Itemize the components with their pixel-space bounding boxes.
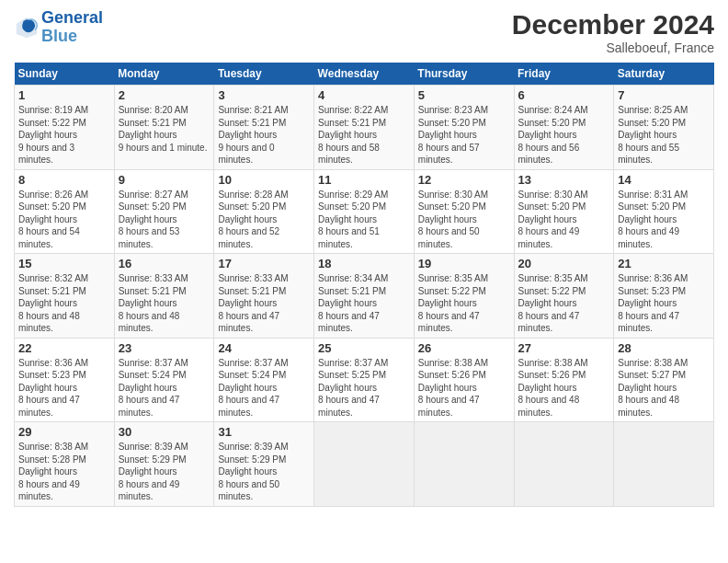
calendar-cell: 13 Sunrise: 8:30 AMSunset: 5:20 PMDaylig…	[514, 169, 614, 254]
location-subtitle: Salleboeuf, France	[512, 40, 714, 55]
day-info: Sunrise: 8:36 AMSunset: 5:23 PMDaylight …	[618, 272, 710, 335]
day-info: Sunrise: 8:30 AMSunset: 5:20 PMDaylight …	[418, 189, 510, 251]
logo-text: GeneralBlue	[41, 9, 103, 46]
day-number: 6	[518, 88, 610, 102]
calendar-cell: 17 Sunrise: 8:33 AMSunset: 5:21 PMDaylig…	[214, 254, 314, 339]
day-number: 5	[418, 88, 510, 102]
col-header-friday: Friday	[514, 63, 614, 86]
day-number: 11	[318, 173, 410, 187]
calendar-cell: 26 Sunrise: 8:38 AMSunset: 5:26 PMDaylig…	[414, 338, 514, 422]
calendar-cell: 8 Sunrise: 8:26 AMSunset: 5:20 PMDayligh…	[15, 169, 115, 254]
logo: GeneralBlue	[14, 9, 103, 46]
day-info: Sunrise: 8:35 AMSunset: 5:22 PMDaylight …	[518, 272, 610, 335]
title-block: December 2024 Salleboeuf, France	[512, 9, 714, 55]
day-number: 12	[418, 173, 510, 187]
day-info: Sunrise: 8:28 AMSunset: 5:20 PMDaylight …	[218, 189, 310, 251]
day-info: Sunrise: 8:22 AMSunset: 5:21 PMDaylight …	[318, 104, 410, 167]
col-header-wednesday: Wednesday	[314, 63, 415, 86]
day-info: Sunrise: 8:33 AMSunset: 5:21 PMDaylight …	[119, 272, 210, 335]
calendar-cell: 2 Sunrise: 8:20 AMSunset: 5:21 PMDayligh…	[114, 86, 214, 170]
day-number: 8	[18, 173, 110, 187]
day-info: Sunrise: 8:36 AMSunset: 5:23 PMDaylight …	[18, 357, 110, 419]
calendar-cell: 27 Sunrise: 8:38 AMSunset: 5:26 PMDaylig…	[514, 338, 614, 422]
day-info: Sunrise: 8:27 AMSunset: 5:20 PMDaylight …	[119, 189, 210, 251]
day-number: 14	[618, 173, 710, 187]
col-header-tuesday: Tuesday	[214, 63, 314, 86]
day-info: Sunrise: 8:23 AMSunset: 5:20 PMDaylight …	[418, 104, 510, 167]
day-info: Sunrise: 8:25 AMSunset: 5:20 PMDaylight …	[618, 104, 710, 167]
calendar-cell: 15 Sunrise: 8:32 AMSunset: 5:21 PMDaylig…	[15, 254, 115, 339]
day-number: 27	[518, 341, 610, 355]
day-info: Sunrise: 8:30 AMSunset: 5:20 PMDaylight …	[518, 189, 610, 251]
calendar-week-row: 1 Sunrise: 8:19 AMSunset: 5:22 PMDayligh…	[15, 86, 714, 170]
calendar-cell: 31 Sunrise: 8:39 AMSunset: 5:29 PMDaylig…	[214, 422, 314, 507]
col-header-saturday: Saturday	[614, 63, 714, 86]
calendar-cell: 28 Sunrise: 8:38 AMSunset: 5:27 PMDaylig…	[614, 338, 714, 422]
calendar-cell: 18 Sunrise: 8:34 AMSunset: 5:21 PMDaylig…	[314, 254, 415, 339]
calendar-cell: 12 Sunrise: 8:30 AMSunset: 5:20 PMDaylig…	[414, 169, 514, 254]
day-info: Sunrise: 8:37 AMSunset: 5:24 PMDaylight …	[119, 357, 210, 419]
calendar-cell: 3 Sunrise: 8:21 AMSunset: 5:21 PMDayligh…	[214, 86, 314, 170]
day-info: Sunrise: 8:38 AMSunset: 5:28 PMDaylight …	[18, 441, 110, 503]
calendar-cell: 9 Sunrise: 8:27 AMSunset: 5:20 PMDayligh…	[114, 169, 214, 254]
day-info: Sunrise: 8:33 AMSunset: 5:21 PMDaylight …	[218, 272, 310, 335]
day-number: 3	[218, 88, 310, 102]
day-number: 2	[119, 88, 210, 102]
day-number: 21	[618, 257, 710, 270]
calendar-cell: 21 Sunrise: 8:36 AMSunset: 5:23 PMDaylig…	[614, 254, 714, 339]
day-number: 24	[218, 341, 310, 355]
col-header-monday: Monday	[114, 63, 214, 86]
day-number: 17	[218, 257, 310, 270]
day-info: Sunrise: 8:39 AMSunset: 5:29 PMDaylight …	[119, 441, 210, 503]
calendar-cell: 1 Sunrise: 8:19 AMSunset: 5:22 PMDayligh…	[15, 86, 115, 170]
calendar-cell: 29 Sunrise: 8:38 AMSunset: 5:28 PMDaylig…	[15, 422, 115, 507]
calendar-cell: 23 Sunrise: 8:37 AMSunset: 5:24 PMDaylig…	[114, 338, 214, 422]
calendar-cell	[314, 422, 415, 507]
calendar-cell: 25 Sunrise: 8:37 AMSunset: 5:25 PMDaylig…	[314, 338, 415, 422]
calendar-header-row: SundayMondayTuesdayWednesdayThursdayFrid…	[15, 63, 714, 86]
col-header-sunday: Sunday	[15, 63, 115, 86]
logo-icon	[14, 15, 40, 40]
calendar-cell: 22 Sunrise: 8:36 AMSunset: 5:23 PMDaylig…	[15, 338, 115, 422]
calendar-week-row: 15 Sunrise: 8:32 AMSunset: 5:21 PMDaylig…	[15, 254, 714, 339]
day-number: 7	[618, 88, 710, 102]
day-info: Sunrise: 8:38 AMSunset: 5:26 PMDaylight …	[518, 357, 610, 419]
day-info: Sunrise: 8:29 AMSunset: 5:20 PMDaylight …	[318, 189, 410, 251]
day-info: Sunrise: 8:35 AMSunset: 5:22 PMDaylight …	[418, 272, 510, 335]
calendar-cell: 30 Sunrise: 8:39 AMSunset: 5:29 PMDaylig…	[114, 422, 214, 507]
day-info: Sunrise: 8:38 AMSunset: 5:26 PMDaylight …	[418, 357, 510, 419]
day-number: 29	[18, 425, 110, 439]
day-info: Sunrise: 8:31 AMSunset: 5:20 PMDaylight …	[618, 189, 710, 251]
calendar-cell: 20 Sunrise: 8:35 AMSunset: 5:22 PMDaylig…	[514, 254, 614, 339]
day-info: Sunrise: 8:26 AMSunset: 5:20 PMDaylight …	[18, 189, 110, 251]
day-number: 20	[518, 257, 610, 270]
day-info: Sunrise: 8:39 AMSunset: 5:29 PMDaylight …	[218, 441, 310, 503]
day-number: 23	[119, 341, 210, 355]
calendar-cell: 5 Sunrise: 8:23 AMSunset: 5:20 PMDayligh…	[414, 86, 514, 170]
calendar-cell: 10 Sunrise: 8:28 AMSunset: 5:20 PMDaylig…	[214, 169, 314, 254]
day-number: 22	[18, 341, 110, 355]
calendar-cell: 6 Sunrise: 8:24 AMSunset: 5:20 PMDayligh…	[514, 86, 614, 170]
calendar-cell: 24 Sunrise: 8:37 AMSunset: 5:24 PMDaylig…	[214, 338, 314, 422]
page-container: GeneralBlue December 2024 Salleboeuf, Fr…	[0, 0, 728, 516]
day-number: 18	[318, 257, 410, 270]
calendar-week-row: 22 Sunrise: 8:36 AMSunset: 5:23 PMDaylig…	[15, 338, 714, 422]
day-number: 4	[318, 88, 410, 102]
calendar-cell: 14 Sunrise: 8:31 AMSunset: 5:20 PMDaylig…	[614, 169, 714, 254]
day-info: Sunrise: 8:24 AMSunset: 5:20 PMDaylight …	[518, 104, 610, 167]
calendar-table: SundayMondayTuesdayWednesdayThursdayFrid…	[14, 63, 714, 507]
month-title: December 2024	[512, 9, 714, 40]
day-number: 13	[518, 173, 610, 187]
day-number: 26	[418, 341, 510, 355]
day-number: 15	[18, 257, 110, 270]
day-number: 9	[119, 173, 210, 187]
day-number: 30	[119, 425, 210, 439]
calendar-cell	[614, 422, 714, 507]
calendar-cell	[414, 422, 514, 507]
calendar-cell: 7 Sunrise: 8:25 AMSunset: 5:20 PMDayligh…	[614, 86, 714, 170]
day-info: Sunrise: 8:37 AMSunset: 5:24 PMDaylight …	[218, 357, 310, 419]
day-number: 28	[618, 341, 710, 355]
day-info: Sunrise: 8:34 AMSunset: 5:21 PMDaylight …	[318, 272, 410, 335]
day-number: 1	[18, 88, 110, 102]
day-number: 31	[218, 425, 310, 439]
